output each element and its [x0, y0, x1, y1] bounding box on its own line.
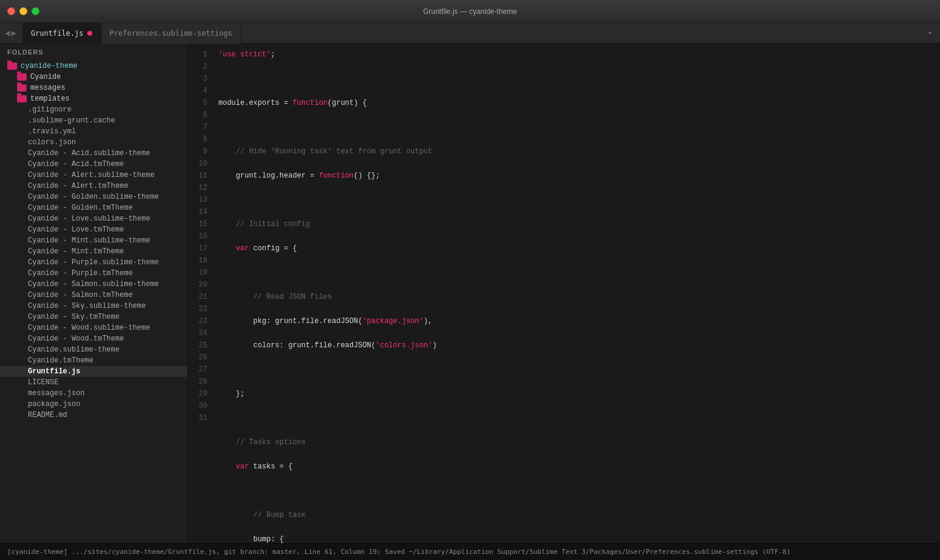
file-love-sublime-theme[interactable]: Cyanide - Love.sublime-theme: [0, 213, 187, 224]
file-cyanide-sublime-theme[interactable]: Cyanide.sublime-theme: [0, 344, 187, 355]
folder-label: cyanide-theme: [21, 62, 78, 70]
maximize-button[interactable]: [32, 7, 39, 15]
tab-modified-dot: [87, 31, 92, 36]
file-acid-sublime-theme[interactable]: Cyanide - Acid.sublime-theme: [0, 148, 187, 159]
line-numbers: 12345 678910 1112131415 1617181920 21222…: [188, 44, 213, 543]
folder-cyanide[interactable]: Cyanide: [0, 72, 187, 82]
code-editor: 12345 678910 1112131415 1617181920 21222…: [188, 44, 940, 543]
file-sky-sublime-theme[interactable]: Cyanide - Sky.sublime-theme: [0, 301, 187, 312]
file-salmon-sublime-theme[interactable]: Cyanide - Salmon.sublime-theme: [0, 279, 187, 290]
title-bar: Gruntfile.js — cyanide-theme: [0, 0, 940, 23]
file-gruntfile[interactable]: Gruntfile.js: [0, 366, 187, 377]
folder-label: templates: [30, 95, 70, 103]
tab-overflow-chevron[interactable]: ▾: [923, 28, 938, 38]
folder-messages[interactable]: messages: [0, 82, 187, 93]
code-area[interactable]: 'use strict'; module.exports = function(…: [213, 44, 940, 543]
folder-label: Cyanide: [30, 73, 61, 81]
file-cyanide-tmtheme[interactable]: Cyanide.tmTheme: [0, 355, 187, 366]
file-package-json[interactable]: package.json: [0, 399, 187, 410]
status-bar: [cyanide-theme] .../sites/cyanide-theme/…: [0, 543, 940, 560]
file-alert-sublime-theme[interactable]: Cyanide - Alert.sublime-theme: [0, 170, 187, 181]
file-love-tmtheme[interactable]: Cyanide - Love.tmTheme: [0, 224, 187, 235]
sidebar: FOLDERS cyanide-theme Cyanide messages t…: [0, 44, 188, 543]
folder-icon: [17, 95, 27, 102]
close-button[interactable]: [7, 7, 15, 15]
file-sublime-grunt-cache[interactable]: .sublime-grunt.cache: [0, 115, 187, 126]
file-mint-sublime-theme[interactable]: Cyanide - Mint.sublime-theme: [0, 235, 187, 246]
file-golden-sublime-theme[interactable]: Cyanide - Golden.sublime-theme: [0, 192, 187, 202]
file-travis-yml[interactable]: .travis.yml: [0, 126, 187, 137]
file-mint-tmtheme[interactable]: Cyanide - Mint.tmTheme: [0, 246, 187, 257]
file-messages-json[interactable]: messages.json: [0, 388, 187, 399]
tab-gruntfile-label: Gruntfile.js: [31, 29, 84, 38]
folder-cyanide-theme[interactable]: cyanide-theme: [0, 61, 187, 72]
file-salmon-tmtheme[interactable]: Cyanide - Salmon.tmTheme: [0, 290, 187, 301]
file-wood-sublime-theme[interactable]: Cyanide - Wood.sublime-theme: [0, 322, 187, 333]
file-colors-json[interactable]: colors.json: [0, 137, 187, 148]
file-sky-tmtheme[interactable]: Cyanide - Sky.tmTheme: [0, 312, 187, 322]
window-title: Gruntfile.js — cyanide-theme: [423, 7, 517, 16]
tab-nav-left[interactable]: ◀: [5, 28, 10, 38]
tab-bar: ◀ ▶ Gruntfile.js Preferences.sublime-set…: [0, 23, 940, 44]
tab-preferences-label: Preferences.sublime-settings: [110, 29, 232, 38]
main-layout: FOLDERS cyanide-theme Cyanide messages t…: [0, 44, 940, 543]
file-purple-tmtheme[interactable]: Cyanide - Purple.tmTheme: [0, 268, 187, 279]
file-wood-tmtheme[interactable]: Cyanide - Wood.tmTheme: [0, 333, 187, 344]
folder-icon: [17, 84, 27, 92]
file-readme[interactable]: README.md: [0, 410, 187, 421]
file-license[interactable]: LICENSE: [0, 377, 187, 388]
tab-gruntfile[interactable]: Gruntfile.js: [22, 23, 101, 44]
status-text: [cyanide-theme] .../sites/cyanide-theme/…: [7, 548, 790, 556]
sidebar-header: FOLDERS: [0, 44, 187, 61]
file-alert-tmtheme[interactable]: Cyanide - Alert.tmTheme: [0, 181, 187, 192]
tab-nav-arrows: ◀ ▶: [2, 28, 19, 38]
folder-label: messages: [30, 84, 65, 92]
file-purple-sublime-theme[interactable]: Cyanide - Purple.sublime-theme: [0, 257, 187, 268]
tab-preferences[interactable]: Preferences.sublime-settings: [101, 23, 241, 44]
tab-nav-right[interactable]: ▶: [11, 28, 16, 38]
file-acid-tmtheme[interactable]: Cyanide - Acid.tmTheme: [0, 159, 187, 170]
folder-icon: [17, 73, 27, 81]
traffic-lights: [7, 7, 39, 15]
file-gitignore[interactable]: .gitignore: [0, 104, 187, 115]
file-golden-tmtheme[interactable]: Cyanide - Golden.tmTheme: [0, 202, 187, 213]
code-content[interactable]: 12345 678910 1112131415 1617181920 21222…: [188, 44, 940, 543]
minimize-button[interactable]: [19, 7, 27, 15]
folder-icon: [7, 62, 17, 70]
folder-templates[interactable]: templates: [0, 93, 187, 104]
